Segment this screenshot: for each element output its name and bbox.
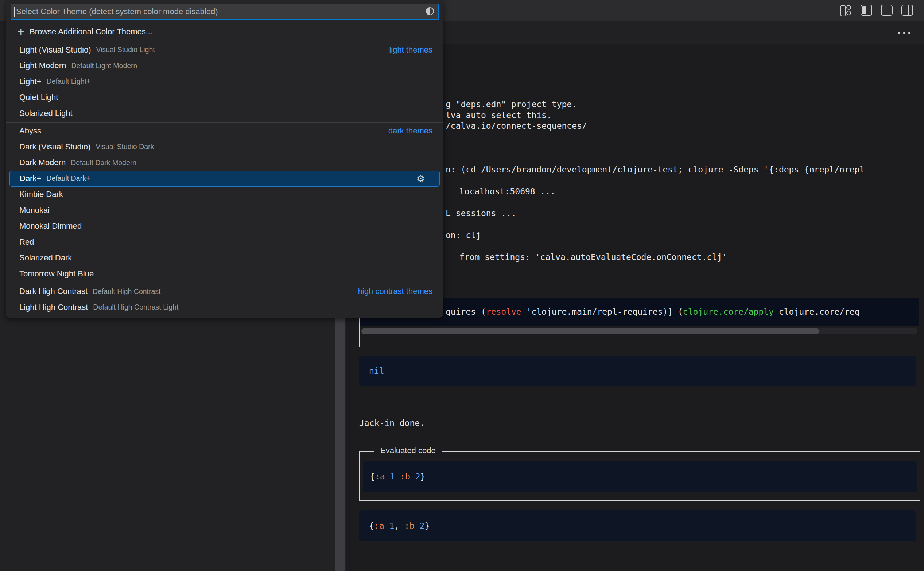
dot [903, 32, 905, 34]
repl-output-line: /calva.io/connect-sequences/ [446, 121, 587, 131]
theme-label: Quiet Light [19, 93, 58, 102]
theme-category-label: dark themes [388, 126, 432, 136]
theme-item-red[interactable]: Red [9, 234, 440, 250]
theme-description: Visual Studio Dark [96, 143, 154, 151]
nil-value: nil [369, 366, 384, 376]
theme-label: Tomorrow Night Blue [19, 269, 94, 279]
theme-label: Light (Visual Studio) [19, 45, 91, 55]
code-segment: 2 [420, 521, 425, 531]
theme-label: Solarized Light [19, 109, 73, 118]
result-box-map: {:a 1, :b 2} [359, 511, 916, 541]
theme-label: Red [19, 238, 34, 247]
quickpick-separator [6, 122, 443, 122]
theme-category-label: light themes [389, 45, 432, 55]
gear-icon[interactable]: ⚙ [416, 173, 425, 184]
sidebar-left-shape [861, 5, 872, 16]
code-segment: :b [404, 521, 415, 531]
code-segment [385, 472, 390, 481]
map-result-value: {:a 1, :b 2} [369, 521, 430, 531]
theme-item-monokai-dimmed[interactable]: Monokai Dimmed [9, 218, 440, 235]
color-mode-half-circle-icon[interactable] [426, 7, 434, 15]
theme-description: Default High Contrast Light [93, 303, 178, 312]
color-theme-quickpick: Select Color Theme (detect system color … [6, 0, 443, 318]
quickpick-input[interactable]: Select Color Theme (detect system color … [11, 4, 439, 20]
theme-item-dark-modern[interactable]: Dark ModernDefault Dark Modern [9, 155, 440, 171]
theme-label: Dark (Visual Studio) [19, 142, 90, 152]
theme-item-monokai[interactable]: Monokai [9, 202, 440, 218]
code-segment [384, 521, 389, 531]
code-segment: :a [374, 521, 384, 531]
theme-item-tomorrow-night-blue[interactable]: Tomorrow Night Blue [9, 266, 440, 282]
code-segment: , [394, 521, 404, 531]
code-segment: 'clojure.main/repl-requires)] ( [521, 307, 683, 316]
code-segment [410, 472, 415, 481]
result-box-nil: nil [359, 355, 916, 386]
sidebar-right-shape [901, 5, 913, 16]
quickpick-separator [6, 41, 443, 41]
panel-shape [881, 5, 893, 16]
code-segment: } [424, 521, 430, 531]
theme-description: Default High Contrast [93, 287, 160, 296]
theme-item-solarized-dark[interactable]: Solarized Dark [9, 250, 440, 266]
theme-label: Light+ [19, 77, 42, 86]
quickpick-list: Light (Visual Studio)Visual Studio Light… [6, 41, 443, 315]
dot [898, 32, 900, 34]
code-segment: { [369, 521, 374, 531]
theme-category-label: high contrast themes [358, 287, 432, 296]
theme-item-dark-high-contrast[interactable]: Dark High ContrastDefault High Contrasth… [9, 284, 440, 300]
repl-output-line: g "deps.edn" project type. [446, 99, 577, 110]
theme-label: Monokai Dimmed [19, 221, 82, 231]
code-segment: } [420, 472, 426, 481]
theme-item-dark-plus[interactable]: Dark+Default Dark+⚙ [9, 171, 440, 187]
layout-dot-shape [846, 5, 851, 10]
theme-label: Light High Contrast [19, 302, 88, 312]
theme-item-abyss[interactable]: Abyssdark themes [9, 123, 440, 139]
quickpick-placeholder: Select Color Theme (detect system color … [16, 7, 218, 16]
theme-label: Dark+ [20, 174, 41, 184]
code-segment: clojure.core/apply [683, 307, 774, 316]
layout-pill-shape [840, 5, 846, 16]
code-segment: :b [400, 472, 410, 481]
theme-item-light-visual-studio[interactable]: Light (Visual Studio)Visual Studio Light… [9, 42, 440, 58]
theme-item-dark-visual-studio[interactable]: Dark (Visual Studio)Visual Studio Dark [9, 139, 440, 155]
theme-label: Dark Modern [19, 158, 66, 167]
repl-output-line: from settings: 'calva.autoEvaluateCode.o… [460, 252, 727, 262]
dot [908, 32, 910, 34]
evaluated-code-value: {:a 1 :b 2} [370, 471, 425, 481]
plus-icon: + [16, 27, 26, 37]
code-segment [395, 472, 400, 481]
theme-label: Dark High Contrast [19, 287, 88, 296]
repl-output-line: n: (cd /Users/brandon/development/clojur… [446, 164, 865, 174]
code-segment: 2 [415, 472, 420, 481]
theme-label: Abyss [19, 126, 41, 136]
theme-label: Monokai [19, 206, 49, 215]
theme-item-light-high-contrast[interactable]: Light High ContrastDefault High Contrast… [9, 299, 440, 315]
theme-item-quiet-light[interactable]: Quiet Light [9, 90, 440, 106]
evaluated-code-strip: {:a 1 :b 2} [363, 461, 917, 492]
text-caret [14, 7, 15, 17]
theme-item-solarized-light[interactable]: Solarized Light [9, 105, 440, 122]
theme-item-light-plus[interactable]: Light+Default Light+ [9, 74, 440, 90]
code-segment: :a [375, 472, 385, 481]
horizontal-scrollbar-thumb[interactable] [361, 328, 819, 334]
toggle-panel-icon[interactable] [881, 5, 893, 16]
repl-requires-code: quires (resolve 'clojure.main/repl-requi… [446, 307, 918, 317]
repl-output-line: L sessions ... [446, 208, 516, 218]
browse-additional-themes-item[interactable]: + Browse Additional Color Themes... [9, 23, 440, 40]
theme-label: Solarized Dark [19, 253, 72, 262]
theme-label: Kimbie Dark [19, 190, 63, 199]
jack-in-status: Jack-in done. [359, 418, 425, 428]
toggle-primary-sidebar-icon[interactable] [861, 5, 872, 16]
repl-output-line: localhost:50698 ... [460, 186, 555, 196]
customize-layout-icon[interactable] [840, 5, 852, 16]
code-segment: clojure.core/req [774, 307, 859, 316]
code-segment: quires ( [446, 307, 486, 316]
theme-description: Default Light Modern [71, 62, 137, 70]
more-actions-ellipsis-icon[interactable] [896, 30, 912, 36]
toggle-secondary-sidebar-icon[interactable] [901, 5, 913, 16]
code-segment: { [370, 472, 375, 481]
theme-item-light-modern[interactable]: Light ModernDefault Light Modern [9, 58, 440, 74]
quickpick-separator [6, 282, 443, 283]
code-segment: resolve [486, 307, 521, 316]
theme-item-kimbie-dark[interactable]: Kimbie Dark [9, 187, 440, 203]
